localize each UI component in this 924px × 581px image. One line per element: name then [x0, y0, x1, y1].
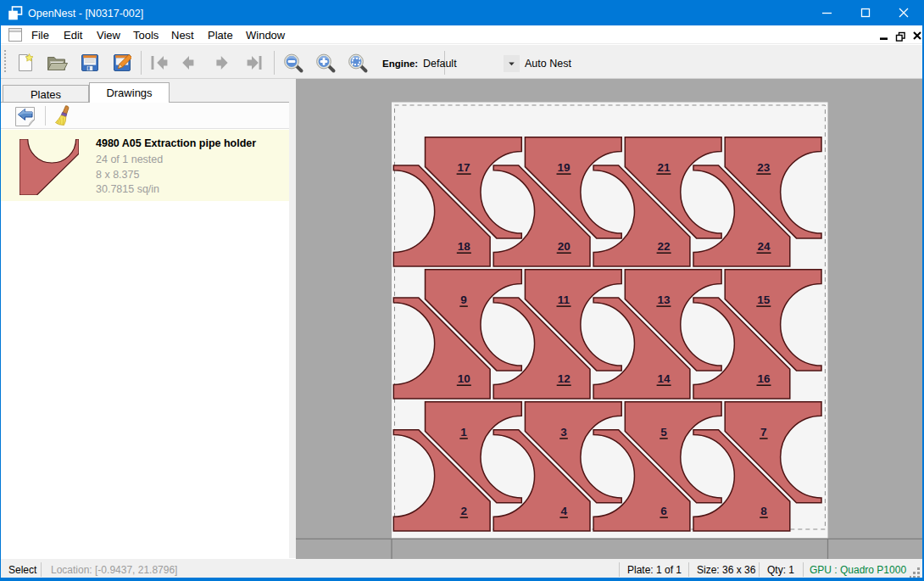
svg-text:1: 1	[460, 426, 467, 439]
svg-text:7: 7	[760, 426, 767, 439]
svg-text:16: 16	[757, 372, 771, 385]
svg-text:14: 14	[658, 372, 671, 385]
svg-text:5: 5	[660, 426, 667, 439]
svg-text:12: 12	[558, 372, 571, 385]
svg-text:22: 22	[658, 240, 671, 253]
svg-text:6: 6	[660, 505, 667, 517]
svg-text:24: 24	[757, 240, 771, 253]
svg-text:15: 15	[757, 293, 771, 306]
svg-text:17: 17	[458, 161, 470, 174]
svg-text:2: 2	[461, 505, 468, 517]
svg-text:8: 8	[760, 505, 767, 517]
svg-text:11: 11	[558, 293, 571, 306]
svg-text:20: 20	[558, 240, 571, 253]
svg-text:4: 4	[560, 505, 567, 517]
svg-text:3: 3	[560, 426, 567, 439]
svg-text:10: 10	[458, 372, 470, 385]
svg-text:13: 13	[657, 293, 671, 306]
svg-text:9: 9	[460, 293, 467, 306]
svg-text:19: 19	[557, 161, 570, 174]
svg-text:21: 21	[657, 161, 671, 174]
svg-text:23: 23	[757, 161, 771, 174]
svg-text:18: 18	[458, 240, 471, 253]
